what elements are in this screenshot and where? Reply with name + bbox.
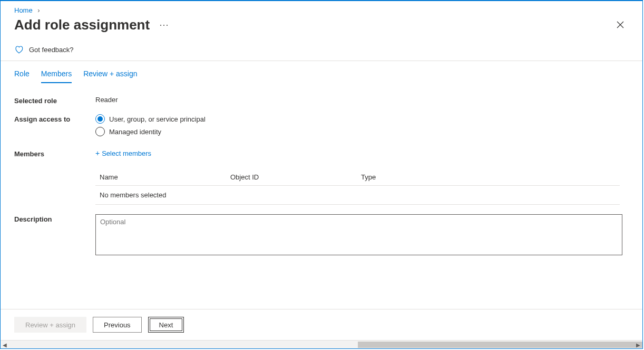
breadcrumb-home[interactable]: Home [14, 6, 33, 14]
tab-members[interactable]: Members [41, 69, 72, 83]
chevron-right-icon: ▶ [634, 341, 642, 349]
next-button[interactable]: Next [148, 317, 184, 333]
description-label: Description [14, 214, 95, 223]
description-input[interactable] [95, 214, 622, 255]
radio-icon [95, 127, 105, 136]
scrollbar-thumb[interactable] [358, 342, 642, 348]
chevron-right-icon: › [37, 6, 40, 14]
heart-icon [14, 45, 24, 54]
more-actions-icon[interactable]: ⋯ [159, 19, 169, 31]
selected-role-value: Reader [95, 96, 629, 104]
previous-button[interactable]: Previous [93, 317, 142, 333]
radio-label: Managed identity [109, 128, 161, 136]
radio-managed-identity[interactable]: Managed identity [95, 127, 629, 136]
members-table-empty: No members selected [95, 186, 620, 205]
tab-review-assign[interactable]: Review + assign [83, 69, 137, 83]
radio-user-group-service-principal[interactable]: User, group, or service principal [95, 114, 629, 124]
radio-label: User, group, or service principal [109, 115, 206, 123]
close-icon [617, 21, 624, 28]
feedback-link[interactable]: Got feedback? [1, 41, 642, 61]
column-header-object-id[interactable]: Object ID [230, 173, 361, 181]
column-header-type[interactable]: Type [361, 173, 616, 181]
plus-icon: + [95, 149, 100, 157]
horizontal-scrollbar[interactable]: ◀ ▶ [1, 340, 642, 348]
breadcrumb: Home › [1, 1, 642, 14]
review-assign-button: Review + assign [14, 317, 86, 333]
page-title: Add role assignment [14, 17, 150, 33]
column-header-name[interactable]: Name [100, 173, 230, 181]
select-members-link[interactable]: + Select members [95, 149, 151, 157]
radio-icon [95, 114, 105, 124]
members-label: Members [14, 149, 95, 158]
close-button[interactable] [612, 16, 629, 33]
footer: Review + assign Previous Next [1, 309, 642, 340]
members-table: Name Object ID Type No members selected [95, 169, 620, 205]
feedback-label: Got feedback? [29, 46, 74, 54]
tab-role[interactable]: Role [14, 69, 30, 83]
assign-access-label: Assign access to [14, 114, 95, 123]
select-members-label: Select members [102, 149, 151, 157]
tabs: Role Members Review + assign [1, 61, 642, 83]
chevron-left-icon: ◀ [1, 341, 9, 349]
selected-role-label: Selected role [14, 96, 95, 105]
